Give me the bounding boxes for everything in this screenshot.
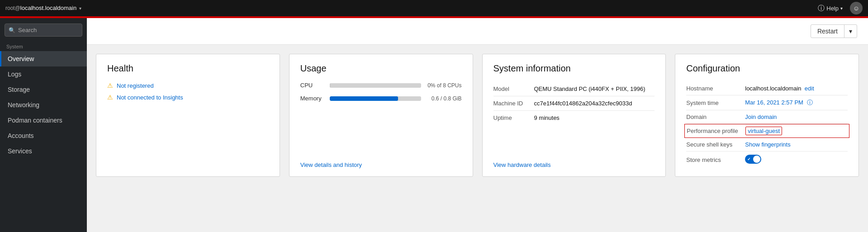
not-registered-link[interactable]: Not registered: [117, 82, 154, 89]
memory-label: Memory: [300, 95, 325, 102]
health-card: Health ⚠ Not registered ⚠ Not connected …: [96, 54, 280, 177]
sidebar-item-logs[interactable]: Logs: [0, 66, 87, 82]
perf-profile-row: Performance profile virtual-guest: [684, 124, 849, 138]
ssh-keys-row: Secure shell keys Show fingerprints: [686, 138, 848, 152]
sidebar-item-podman[interactable]: Podman containers: [0, 113, 87, 128]
hostname-key: Hostname: [686, 85, 745, 92]
warning-icon: ⚠: [107, 94, 113, 101]
restart-button[interactable]: Restart ▾: [811, 24, 857, 38]
hostname-edit-link[interactable]: edit: [805, 85, 814, 92]
system-time-row: System time Mar 16, 2021 2:57 PM ⓘ: [686, 95, 848, 110]
store-metrics-key: Store metrics: [686, 156, 745, 163]
usage-card: Usage CPU 0% of 8 CPUs Memory 0.6 / 0.8 …: [289, 54, 473, 177]
chevron-down-icon[interactable]: ▾: [79, 6, 81, 11]
hostname-row: Hostname localhost.localdomain edit: [686, 82, 848, 95]
search-icon: 🔍: [9, 27, 15, 33]
uptime-key: Uptime: [493, 114, 534, 121]
view-hardware-link[interactable]: View hardware details: [493, 155, 655, 168]
help-chevron-icon: ▾: [840, 6, 843, 11]
toggle-knob: [753, 156, 760, 163]
sidebar-item-storage[interactable]: Storage: [0, 82, 87, 97]
restart-button-label[interactable]: Restart: [811, 25, 844, 38]
sidebar-item-label: Networking: [8, 101, 39, 109]
memory-bar-track: [330, 96, 421, 101]
cpu-value: 0% of 8 CPUs: [426, 82, 462, 89]
domain-key: Domain: [686, 114, 745, 120]
layout: 🔍 Search System Overview Logs Storage Ne…: [0, 18, 868, 232]
warning-icon: ⚠: [107, 82, 113, 89]
sidebar-item-services[interactable]: Services: [0, 143, 87, 159]
topbar-left: root@localhost.localdomain ▾: [5, 5, 81, 12]
ssh-keys-key: Secure shell keys: [686, 141, 745, 148]
sysinfo-card-title: System information: [493, 63, 655, 74]
help-label: Help: [826, 5, 839, 12]
cards-container: Health ⚠ Not registered ⚠ Not connected …: [87, 45, 868, 186]
machine-id-value: cc7e1f44fc014862a204a32cfec9033d: [534, 100, 655, 107]
user-avatar-icon: ☺: [853, 5, 859, 12]
sidebar-item-label: Overview: [8, 55, 34, 62]
uptime-row: Uptime 9 minutes: [493, 111, 655, 125]
toggle-check-icon: ✓: [747, 157, 751, 161]
sidebar-item-label: Services: [8, 147, 32, 155]
topbar-hostname: root@localhost.localdomain: [5, 5, 76, 12]
search-input[interactable]: 🔍 Search: [5, 24, 82, 37]
topbar: root@localhost.localdomain ▾ ⓘ Help ▾ ☺: [0, 0, 868, 16]
not-connected-link[interactable]: Not connected to Insights: [117, 94, 183, 101]
config-card: Configuration Hostname localhost.localdo…: [675, 54, 859, 177]
sysinfo-card: System information Model QEMU Standard P…: [482, 54, 666, 177]
model-value: QEMU Standard PC (i440FX + PIIX, 1996): [534, 85, 655, 92]
sysinfo-table: Model QEMU Standard PC (i440FX + PIIX, 1…: [493, 82, 655, 125]
cpu-bar-track: [330, 83, 421, 88]
user-menu-button[interactable]: ☺: [850, 2, 863, 14]
perf-profile-key: Performance profile: [687, 128, 745, 134]
help-button[interactable]: ⓘ Help ▾: [818, 4, 843, 13]
view-details-link[interactable]: View details and history: [300, 155, 462, 168]
info-icon[interactable]: ⓘ: [807, 99, 813, 106]
health-item-not-connected: ⚠ Not connected to Insights: [107, 94, 269, 101]
sidebar-item-label: Storage: [8, 86, 30, 93]
sidebar-item-accounts[interactable]: Accounts: [0, 128, 87, 143]
machine-id-row: Machine ID cc7e1f44fc014862a204a32cfec90…: [493, 96, 655, 111]
store-metrics-row: Store metrics ✓: [686, 152, 848, 168]
help-circle-icon: ⓘ: [818, 4, 825, 13]
domain-row: Domain Join domain: [686, 110, 848, 124]
memory-bar-fill: [330, 96, 398, 101]
store-metrics-toggle[interactable]: ✓: [745, 155, 761, 164]
sidebar-item-label: Logs: [8, 71, 21, 78]
usage-card-title: Usage: [300, 63, 462, 74]
sidebar-item-overview[interactable]: Overview: [0, 51, 87, 66]
memory-value: 0.6 / 0.8 GiB: [426, 95, 462, 102]
show-fingerprints-link[interactable]: Show fingerprints: [745, 141, 790, 148]
main-header: Restart ▾: [87, 18, 868, 45]
cpu-usage-row: CPU 0% of 8 CPUs: [300, 82, 462, 89]
perf-profile-link[interactable]: virtual-guest: [745, 127, 782, 135]
model-key: Model: [493, 85, 534, 92]
search-placeholder: Search: [18, 27, 37, 33]
sidebar-item-label: Podman containers: [8, 117, 62, 124]
system-time-key: System time: [686, 99, 745, 106]
sidebar-item-networking[interactable]: Networking: [0, 97, 87, 113]
uptime-value: 9 minutes: [534, 114, 655, 121]
system-time-link[interactable]: Mar 16, 2021 2:57 PM: [745, 99, 803, 106]
topbar-user-prefix: root@: [5, 5, 20, 11]
cpu-bar-fill: [330, 83, 331, 88]
health-item-not-registered: ⚠ Not registered: [107, 82, 269, 89]
sidebar-section-system: System: [0, 40, 87, 51]
cpu-label: CPU: [300, 82, 325, 89]
restart-chevron-icon[interactable]: ▾: [844, 25, 857, 38]
sidebar-item-label: Accounts: [8, 132, 34, 139]
topbar-right: ⓘ Help ▾ ☺: [818, 2, 863, 14]
memory-usage-row: Memory 0.6 / 0.8 GiB: [300, 95, 462, 102]
topbar-hostname-text: localhost.localdomain: [20, 5, 76, 11]
hostname-value: localhost.localdomain: [745, 85, 801, 92]
config-card-title: Configuration: [686, 63, 848, 74]
model-row: Model QEMU Standard PC (i440FX + PIIX, 1…: [493, 82, 655, 96]
health-card-title: Health: [107, 63, 269, 74]
sidebar: 🔍 Search System Overview Logs Storage Ne…: [0, 18, 87, 232]
join-domain-link[interactable]: Join domain: [745, 114, 777, 120]
main-content: Restart ▾ Health ⚠ Not registered ⚠ Not …: [87, 18, 868, 232]
machine-id-key: Machine ID: [493, 100, 534, 107]
